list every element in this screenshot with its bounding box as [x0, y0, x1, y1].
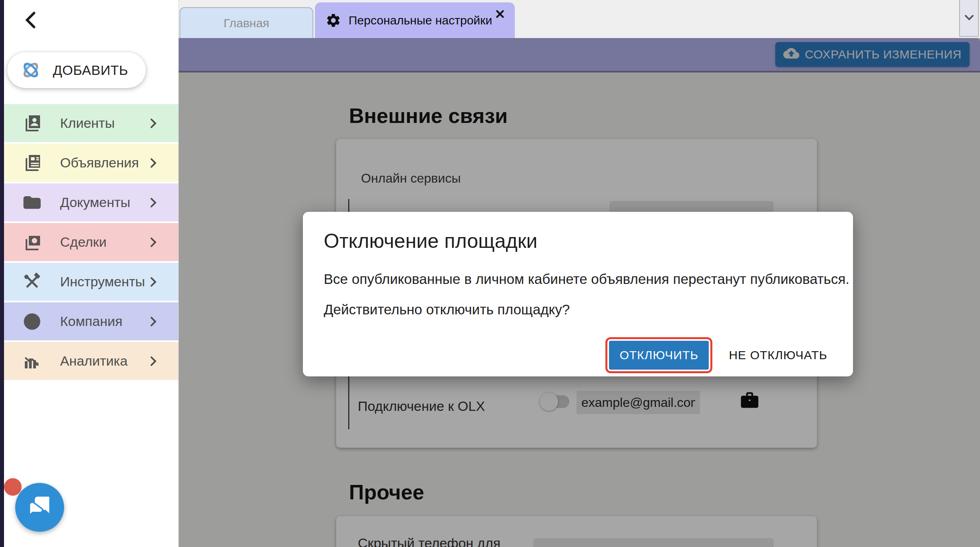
chevron-down-icon	[962, 10, 976, 26]
sidebar: ДОБАВИТЬ Клиенты Объявления	[4, 0, 179, 547]
sidebar-item-label: Инструменты	[60, 274, 145, 290]
chevron-right-icon	[146, 156, 160, 170]
dialog-text-line2: Действительно отключить площадку?	[324, 302, 570, 318]
tab-list-dropdown-button[interactable]	[959, 0, 979, 37]
sidebar-item-listings[interactable]: Объявления	[4, 144, 178, 182]
sidebar-item-label: Компания	[60, 314, 123, 329]
sidebar-item-label: Документы	[60, 195, 130, 210]
disable-platform-dialog: Отключение площадки Все опубликованные в…	[303, 212, 853, 376]
sidebar-item-label: Аналитика	[60, 353, 127, 369]
sidebar-item-tools[interactable]: Инструменты	[4, 263, 178, 301]
deals-money-icon	[22, 233, 42, 252]
disable-confirm-button[interactable]: ОТКЛЮЧИТЬ	[609, 341, 709, 370]
listings-icon	[22, 153, 42, 173]
disable-cancel-button[interactable]: НЕ ОТКЛЮЧАТЬ	[726, 341, 830, 370]
notification-dot	[4, 478, 22, 496]
app-logo-icon	[19, 58, 42, 82]
sidebar-item-label: Клиенты	[60, 115, 115, 131]
gear-icon	[325, 12, 341, 28]
chevron-right-icon	[146, 354, 160, 368]
sidebar-item-analytics[interactable]: Аналитика	[4, 342, 178, 380]
sidebar-nav: Клиенты Объявления Документы	[4, 104, 178, 382]
tools-icon	[22, 272, 42, 292]
tab-personal-settings[interactable]: Персональные настройки	[315, 2, 515, 38]
analytics-chart-icon	[22, 352, 42, 371]
chat-fab-button[interactable]	[15, 483, 64, 532]
add-button[interactable]: ДОБАВИТЬ	[7, 52, 146, 88]
tab-personal-settings-label: Персональные настройки	[349, 14, 492, 27]
dialog-text-line1: Все опубликованные в личном кабинете объ…	[324, 271, 849, 287]
chevron-left-icon	[20, 26, 42, 32]
documents-folder-icon	[22, 193, 42, 212]
tab-home-label: Главная	[224, 16, 269, 30]
clients-icon	[22, 114, 42, 133]
close-tab-icon[interactable]	[494, 8, 506, 20]
dialog-title: Отключение площадки	[324, 229, 537, 253]
tab-bar: Главная Персональные настройки	[179, 0, 980, 38]
window-edge-strip	[0, 0, 4, 547]
chevron-right-icon	[146, 117, 160, 130]
content-area: Главная Персональные настройки	[179, 0, 980, 547]
app-window: ДОБАВИТЬ Клиенты Объявления	[0, 0, 980, 547]
chevron-right-icon	[146, 235, 160, 249]
sidebar-item-deals[interactable]: Сделки	[4, 223, 178, 261]
company-copyright-icon	[22, 312, 42, 331]
chevron-right-icon	[146, 315, 160, 328]
chat-bubbles-icon	[26, 493, 53, 521]
chevron-right-icon	[146, 196, 160, 209]
sidebar-item-label: Объявления	[60, 155, 139, 171]
sidebar-item-label: Сделки	[60, 234, 107, 250]
dialog-actions: ОТКЛЮЧИТЬ НЕ ОТКЛЮЧАТЬ	[609, 341, 830, 370]
chevron-right-icon	[146, 275, 160, 289]
tab-home[interactable]: Главная	[179, 7, 313, 38]
collapse-sidebar-button[interactable]	[20, 9, 42, 31]
sidebar-item-company[interactable]: Компания	[4, 302, 178, 340]
sidebar-item-documents[interactable]: Документы	[4, 183, 178, 221]
sidebar-item-clients[interactable]: Клиенты	[4, 104, 178, 142]
add-button-label: ДОБАВИТЬ	[53, 62, 128, 78]
